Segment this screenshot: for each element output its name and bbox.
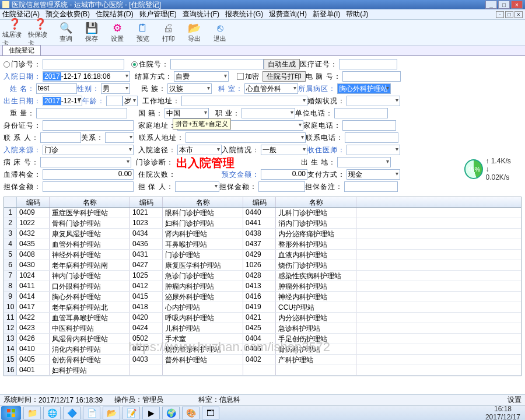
name-input[interactable]: test [36, 83, 77, 94]
status-settings[interactable]: 设置 [508, 395, 522, 405]
ward-select[interactable]: 胸心外科护理站 [337, 83, 391, 94]
guaranteenote-input[interactable] [344, 181, 398, 192]
mdi-close-button[interactable]: × [514, 11, 523, 18]
network-gauge-widget[interactable]: 45% ↑ 1.4K/s ↓ 0.02K/s [464, 159, 513, 180]
close-button[interactable]: × [511, 1, 523, 9]
admitcond-select[interactable]: 一般 [261, 145, 307, 155]
minimize-button[interactable]: _ [485, 1, 497, 9]
toolbar-快保读卡[interactable]: ❓快保读卡 [28, 21, 52, 44]
contactphone-input[interactable] [345, 132, 398, 143]
gender-select[interactable]: 男 [101, 83, 130, 94]
menu-item[interactable]: 新登单(I) [313, 9, 340, 19]
contact-input[interactable] [40, 132, 81, 143]
prepay-input[interactable]: 0.00 [261, 169, 307, 180]
recvdr-select[interactable] [346, 145, 400, 155]
taskbar-icon[interactable]: ▶ [142, 407, 160, 419]
table-row[interactable]: 60430老年病科护理站南0427康复医学科护理站1026烧伤门诊护理站 [4, 260, 521, 271]
taskbar-icon[interactable]: 🔷 [63, 407, 80, 419]
table-row[interactable]: 40435血管外科护理站0436耳鼻喉护理站0437整形外科护理站 [4, 239, 521, 250]
taskbar-icon[interactable]: 📄 [83, 407, 100, 419]
table-row[interactable]: 110422血管耳鼻喉护理站0420呼吸内科护理站0421内分泌科护理站 [4, 313, 521, 323]
nation-select[interactable]: 汉族 [167, 83, 212, 94]
relation-select[interactable] [105, 132, 134, 143]
table-row[interactable]: 130426风湿骨内科护理站0502手术室0404手足创伤护理站 [4, 334, 521, 344]
toolbar-查询[interactable]: 🔍查询 [54, 21, 78, 44]
encrypt-checkbox[interactable] [237, 73, 244, 80]
tab-admission[interactable]: 住院登记 [2, 45, 41, 55]
bed-select[interactable] [40, 157, 131, 167]
taskbar-icon[interactable]: 📝 [123, 407, 140, 419]
auto-gen-button[interactable]: 自动生成 [264, 59, 300, 69]
maximize-button[interactable]: □ [498, 1, 510, 9]
radio-outpatient[interactable] [4, 61, 10, 68]
guarantor-select[interactable] [175, 181, 219, 192]
guarantee-input[interactable] [43, 181, 134, 192]
table-row[interactable]: 80411口外眼科护理站0412肿瘤内科护理站0413肿瘤外科护理站 [4, 281, 521, 292]
table-row[interactable]: 140410消化内科护理站0407烧伤整形科护理站0406骨病科护理站 [4, 344, 521, 355]
guaranteeamt-input[interactable] [258, 181, 305, 192]
paymode-select[interactable]: 现金 [346, 169, 400, 180]
toolbar-导出[interactable]: 📂导出 [182, 21, 206, 44]
table-row[interactable]: 160401妇科护理站 [4, 365, 521, 376]
menu-item[interactable]: 预交金收费(B) [46, 9, 90, 19]
outpatient-no-input[interactable] [43, 59, 124, 69]
age-input[interactable] [106, 96, 123, 106]
menu-item[interactable]: 报表统计(G) [225, 9, 263, 19]
start-button[interactable] [1, 406, 21, 420]
toolbar-保存[interactable]: 💾保存 [79, 21, 104, 44]
menu-item[interactable]: 帮助(J) [346, 9, 368, 19]
table-row[interactable]: 120423中医科护理站0424儿科护理站0425急诊科护理站 [4, 323, 521, 334]
taskbar-icon[interactable]: 🗔 [202, 407, 219, 419]
form-area: 门诊号： 住院号： 自动生成 医疗证号： 入院日期： 2017-12-17 16… [0, 56, 525, 195]
birth-input[interactable]: 2017-12-17 [43, 96, 82, 106]
table-row[interactable]: 100417老年病科护理站北0418心内护理站0419CCU护理站 [4, 302, 521, 313]
inpatient-no-input[interactable] [170, 59, 264, 69]
table-row[interactable]: 21022骨科门诊护理站1023妇科门诊护理站0441消内门诊护理站 [4, 218, 521, 229]
medcert-input[interactable] [339, 59, 397, 69]
table-row[interactable]: 150405创伤骨科护理站0403普外科护理站0402产科护理站 [4, 355, 521, 365]
settle-select[interactable]: 自费 [174, 71, 229, 82]
menu-item[interactable]: 账户管理(E) [139, 9, 177, 19]
table-row[interactable]: 71024神内门诊护理站1025急诊门诊护理站0428感染性疾病科护理站 [4, 271, 521, 281]
toolbar-打印[interactable]: 🖨打印 [156, 21, 181, 44]
mdi-minimize-button[interactable]: - [496, 11, 504, 18]
toolbar-预览[interactable]: 🗒预览 [131, 21, 155, 44]
system-tray[interactable]: 16:18 2017/12/17 [482, 405, 524, 421]
taskbar-icon[interactable]: 📁 [23, 407, 41, 419]
taskbar-icon[interactable]: 🎨 [182, 407, 200, 419]
menu-item[interactable]: 查询统计(F) [183, 9, 219, 19]
admit-date-input[interactable]: 2017-12-17 16:18:06 [43, 71, 130, 82]
admitpath-select[interactable]: 本市 [177, 145, 222, 155]
toolbar-icon: 🔍 [60, 22, 72, 34]
idcard-input[interactable] [43, 120, 134, 131]
birthplace-select[interactable] [337, 157, 391, 167]
phone-input[interactable] [342, 71, 401, 82]
workaddr-select[interactable] [181, 96, 307, 106]
age-unit-select[interactable]: 岁 [123, 96, 138, 106]
taskbar-icon[interactable]: 🌍 [162, 407, 180, 419]
menu-item[interactable]: 住院结算(D) [96, 9, 134, 19]
marriage-select[interactable] [346, 96, 400, 106]
toolbar-退出[interactable]: ⎋退出 [208, 21, 232, 44]
country-select[interactable]: 中国 [164, 108, 209, 118]
menu-item[interactable]: 退费查询(H) [269, 9, 307, 19]
print-inpno-button[interactable]: 住院号打印 [262, 71, 306, 82]
dept-select[interactable]: 心血管外科 [244, 83, 298, 94]
mdi-maximize-button[interactable]: □ [505, 11, 513, 18]
homephone-input[interactable] [342, 120, 396, 131]
unitphone-input[interactable] [334, 108, 388, 118]
taskbar-icon[interactable]: 📂 [103, 407, 120, 419]
taskbar-icon[interactable]: 🌐 [43, 407, 61, 419]
weight-input[interactable] [36, 108, 127, 118]
radio-inpatient[interactable] [131, 61, 138, 68]
bloodcard-input[interactable]: 0.00 [43, 169, 134, 180]
toolbar-城居读卡[interactable]: ❓城居读卡 [2, 21, 27, 44]
table-row[interactable]: 10409重症医学科护理站1021眼科门诊护理站0440儿科门诊护理站 [4, 208, 521, 218]
table-row[interactable]: 90414胸心外科护理站0415泌尿外科护理站0416神经内科护理站 [4, 292, 521, 302]
table-row[interactable]: 50408神经外科护理站0431门诊护理站0429血液内科护理站 [4, 250, 521, 260]
toolbar-设置[interactable]: ⚙设置 [105, 21, 130, 44]
job-select[interactable] [242, 108, 295, 118]
table-row[interactable]: 30432康复风湿护理站0434肾内科护理站0438内分泌疼痛护理站 [4, 229, 521, 239]
admitfrom-select[interactable]: 门诊 [43, 145, 134, 155]
contactaddr-select[interactable] [186, 132, 306, 143]
